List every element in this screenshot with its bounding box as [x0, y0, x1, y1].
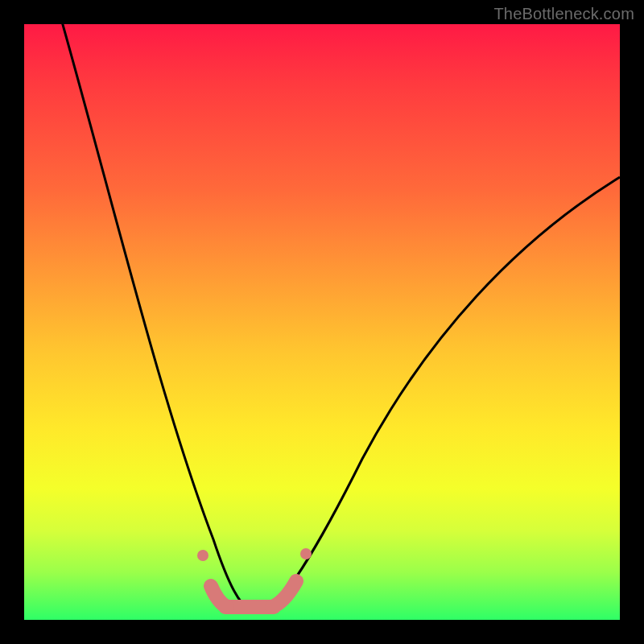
marker-dot-right: [300, 548, 312, 559]
curve-path: [60, 24, 620, 610]
plot-area: [24, 24, 620, 620]
optimal-region-left: [211, 586, 227, 607]
bottleneck-curve: [24, 24, 620, 620]
watermark-text: TheBottleneck.com: [493, 5, 634, 23]
marker-dot-left: [197, 550, 208, 561]
chart-frame: TheBottleneck.com: [0, 0, 644, 644]
optimal-region-right: [272, 581, 296, 607]
